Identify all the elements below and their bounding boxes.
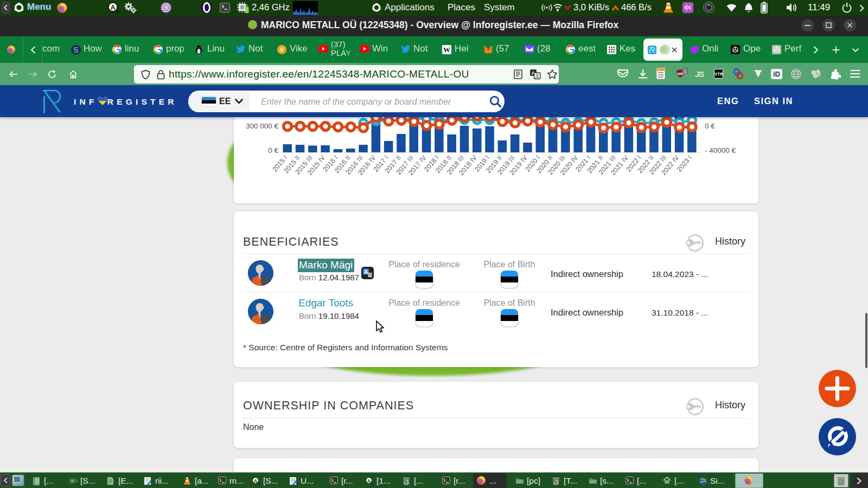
- svg-text:A: A: [367, 478, 371, 484]
- svg-text:A: A: [111, 4, 116, 11]
- svg-text:0 €: 0 €: [268, 146, 278, 155]
- svg-text:- 40000 €: - 40000 €: [705, 146, 736, 155]
- svg-text:文: 文: [535, 73, 540, 79]
- svg-text:βe: βe: [819, 73, 822, 78]
- svg-text:1: 1: [684, 68, 686, 74]
- svg-text:A: A: [254, 478, 257, 484]
- svg-text:300 000 €: 300 000 €: [246, 122, 279, 130]
- svg-text:0 €: 0 €: [705, 122, 715, 130]
- svg-text:A: A: [364, 269, 368, 275]
